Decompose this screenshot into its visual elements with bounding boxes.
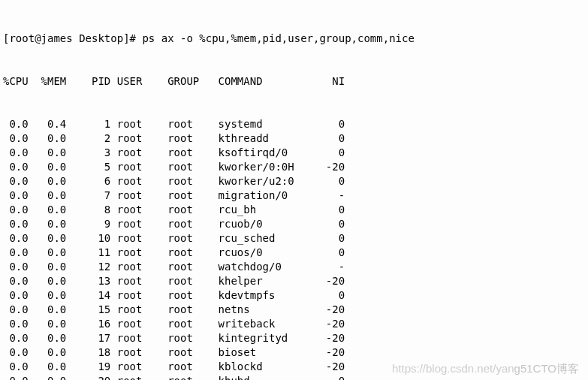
ps-row: 0.0 0.0 3 root root ksoftirqd/0 0	[3, 146, 585, 160]
ps-row: 0.0 0.0 16 root root writeback -20	[3, 317, 585, 331]
ps-row: 0.0 0.0 19 root root kblockd -20	[3, 360, 585, 374]
ps-row: 0.0 0.4 1 root root systemd 0	[3, 117, 585, 131]
ps-row: 0.0 0.0 13 root root khelper -20	[3, 274, 585, 288]
ps-row: 0.0 0.0 15 root root netns -20	[3, 303, 585, 317]
terminal-output: [root@james Desktop]# ps ax -o %cpu,%mem…	[0, 0, 588, 380]
shell-prompt-line: [root@james Desktop]# ps ax -o %cpu,%mem…	[3, 32, 585, 46]
ps-row: 0.0 0.0 8 root root rcu_bh 0	[3, 203, 585, 217]
ps-row: 0.0 0.0 9 root root rcuob/0 0	[3, 217, 585, 231]
ps-row: 0.0 0.0 12 root root watchdog/0 -	[3, 260, 585, 274]
ps-rows: 0.0 0.4 1 root root systemd 0 0.0 0.0 2 …	[3, 117, 585, 380]
ps-row: 0.0 0.0 18 root root bioset -20	[3, 345, 585, 360]
ps-row: 0.0 0.0 7 root root migration/0 -	[3, 188, 585, 203]
ps-row: 0.0 0.0 6 root root kworker/u2:0 0	[3, 174, 585, 188]
ps-row: 0.0 0.0 14 root root kdevtmpfs 0	[3, 288, 585, 303]
ps-row: 0.0 0.0 17 root root kintegrityd -20	[3, 331, 585, 345]
ps-row: 0.0 0.0 5 root root kworker/0:0H -20	[3, 160, 585, 174]
ps-row: 0.0 0.0 20 root root khubd 0	[3, 374, 585, 380]
ps-row: 0.0 0.0 11 root root rcuos/0 0	[3, 246, 585, 260]
ps-row: 0.0 0.0 2 root root kthreadd 0	[3, 131, 585, 146]
ps-header-row: %CPU %MEM PID USER GROUP COMMAND NI	[3, 74, 585, 89]
ps-row: 0.0 0.0 10 root root rcu_sched 0	[3, 231, 585, 246]
